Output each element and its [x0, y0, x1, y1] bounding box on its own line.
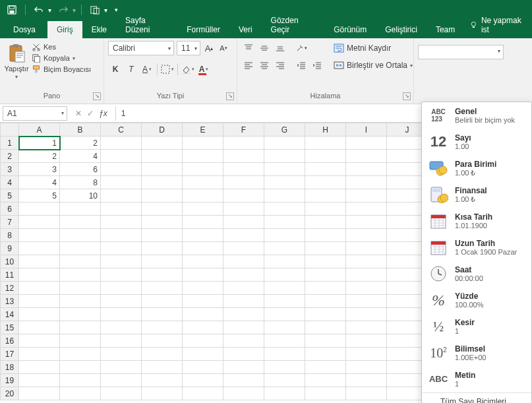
cell-F16[interactable] — [223, 334, 264, 348]
cell-C2[interactable] — [101, 150, 142, 163]
cell-I14[interactable] — [346, 308, 387, 321]
cell-F18[interactable] — [223, 361, 264, 374]
row-header-17[interactable]: 17 — [1, 348, 19, 361]
underline-button[interactable]: A▾ — [140, 62, 154, 77]
cut-button[interactable]: Kes — [32, 42, 91, 51]
name-box[interactable]: A1▾ — [3, 106, 67, 121]
cell-G5[interactable] — [264, 189, 305, 202]
cell-H3[interactable] — [305, 163, 346, 176]
touch-mode-button[interactable] — [87, 2, 103, 18]
align-top-button[interactable] — [241, 41, 256, 55]
row-header-2[interactable]: 2 — [1, 150, 19, 163]
cell-A16[interactable] — [19, 334, 60, 348]
cell-F9[interactable] — [223, 242, 264, 255]
cell-G10[interactable] — [264, 255, 305, 268]
cell-E3[interactable] — [183, 163, 223, 176]
cell-G3[interactable] — [264, 163, 305, 176]
cell-E10[interactable] — [183, 255, 223, 268]
column-header-G[interactable]: G — [264, 123, 305, 137]
cell-E6[interactable] — [183, 202, 223, 216]
cell-C3[interactable] — [101, 163, 142, 176]
row-header-7[interactable]: 7 — [1, 216, 19, 229]
cell-G1[interactable] — [264, 137, 305, 150]
cell-F3[interactable] — [223, 163, 264, 176]
italic-button[interactable]: T — [124, 62, 138, 77]
tab-review[interactable]: Gözden Geçir — [262, 12, 325, 38]
cell-F20[interactable] — [223, 387, 264, 400]
cell-G8[interactable] — [264, 229, 305, 242]
tab-insert[interactable]: Ekle — [82, 21, 116, 38]
cell-E4[interactable] — [183, 176, 223, 189]
row-header-9[interactable]: 9 — [1, 242, 19, 255]
column-header-H[interactable]: H — [305, 123, 346, 137]
cell-G13[interactable] — [264, 295, 305, 308]
cell-C12[interactable] — [101, 282, 142, 295]
number-format-option-currency[interactable]: Para Birimi1.00 ₺ — [422, 155, 531, 181]
fill-color-button[interactable]: ▾ — [181, 62, 195, 77]
tell-me[interactable]: Ne yapmak ist — [464, 12, 532, 38]
cell-D18[interactable] — [142, 361, 183, 374]
cell-H19[interactable] — [305, 374, 346, 387]
align-middle-button[interactable] — [257, 41, 272, 55]
cell-G17[interactable] — [264, 348, 305, 361]
cell-I12[interactable] — [346, 282, 387, 295]
cell-B19[interactable] — [60, 374, 101, 387]
decrease-indent-button[interactable] — [294, 58, 309, 73]
cell-H15[interactable] — [305, 321, 346, 334]
cell-C8[interactable] — [101, 229, 142, 242]
cell-E5[interactable] — [183, 189, 223, 202]
cell-A20[interactable] — [19, 387, 60, 400]
cell-F5[interactable] — [223, 189, 264, 202]
clipboard-launcher[interactable]: ↘ — [93, 92, 101, 100]
cell-E8[interactable] — [183, 229, 223, 242]
tab-home[interactable]: Giriş — [47, 21, 82, 38]
row-header-8[interactable]: 8 — [1, 229, 19, 242]
cell-I15[interactable] — [346, 321, 387, 334]
cell-B17[interactable] — [60, 348, 101, 361]
cell-I16[interactable] — [346, 334, 387, 348]
cell-A12[interactable] — [19, 282, 60, 295]
cell-B2[interactable]: 4 — [60, 150, 101, 163]
cell-B10[interactable] — [60, 255, 101, 268]
cell-B11[interactable] — [60, 268, 101, 282]
cell-I8[interactable] — [346, 229, 387, 242]
cell-C17[interactable] — [101, 348, 142, 361]
cell-H5[interactable] — [305, 189, 346, 202]
insert-function-button[interactable]: ƒx — [99, 109, 107, 118]
cell-B4[interactable]: 8 — [60, 176, 101, 189]
cell-A9[interactable] — [19, 242, 60, 255]
cell-D19[interactable] — [142, 374, 183, 387]
cell-G20[interactable] — [264, 387, 305, 400]
format-painter-button[interactable]: Biçim Boyacısı — [32, 65, 91, 74]
orientation-button[interactable]: ▾ — [294, 41, 309, 55]
cell-A18[interactable] — [19, 361, 60, 374]
cell-F17[interactable] — [223, 348, 264, 361]
font-name-select[interactable]: Calibri▾ — [108, 41, 174, 55]
cell-A4[interactable]: 4 — [19, 176, 60, 189]
cell-D2[interactable] — [142, 150, 183, 163]
cell-I18[interactable] — [346, 361, 387, 374]
number-format-option-time[interactable]: Saat00:00:00 — [422, 261, 531, 287]
cell-A14[interactable] — [19, 308, 60, 321]
align-bottom-button[interactable] — [273, 41, 287, 55]
cell-E19[interactable] — [183, 374, 223, 387]
cell-D1[interactable] — [142, 137, 183, 150]
cell-D5[interactable] — [142, 189, 183, 202]
cell-D12[interactable] — [142, 282, 183, 295]
column-header-B[interactable]: B — [60, 123, 101, 137]
cell-I4[interactable] — [346, 176, 387, 189]
cell-I6[interactable] — [346, 202, 387, 216]
cell-F12[interactable] — [223, 282, 264, 295]
cell-I7[interactable] — [346, 216, 387, 229]
align-left-button[interactable] — [241, 58, 256, 73]
cell-H1[interactable] — [305, 137, 346, 150]
cell-I2[interactable] — [346, 150, 387, 163]
cell-C14[interactable] — [101, 308, 142, 321]
cell-D16[interactable] — [142, 334, 183, 348]
cell-F19[interactable] — [223, 374, 264, 387]
cell-D14[interactable] — [142, 308, 183, 321]
number-format-option-fraction[interactable]: ½Kesir1 — [422, 313, 531, 340]
number-format-option-accounting[interactable]: Finansal1.00 ₺ — [422, 181, 531, 208]
cell-A13[interactable] — [19, 295, 60, 308]
cell-C7[interactable] — [101, 216, 142, 229]
